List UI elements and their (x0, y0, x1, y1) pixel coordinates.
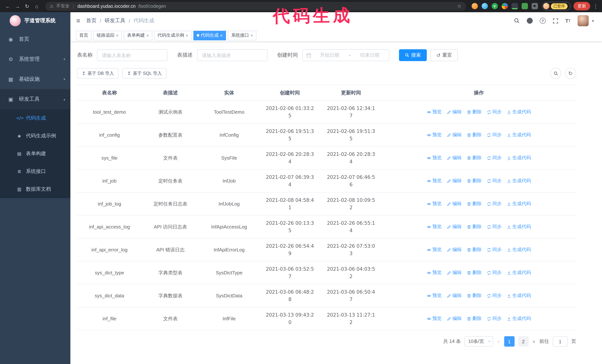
tab-form-builder[interactable]: 表单构建 × (124, 31, 152, 40)
delete-link[interactable]: 删除 (467, 223, 482, 230)
fullscreen-icon[interactable] (553, 18, 558, 23)
preview-link[interactable]: 预览 (427, 246, 441, 253)
browser-forward-icon[interactable]: → (13, 3, 22, 9)
browser-back-icon[interactable]: ← (4, 3, 12, 9)
delete-link[interactable]: 删除 (467, 246, 482, 253)
tab-system-api[interactable]: 系统接口 × (228, 31, 256, 40)
generate-code-link[interactable]: 生成代码 (507, 246, 531, 253)
page-button-1[interactable]: 1 (504, 336, 514, 347)
page-button-2[interactable]: 2 (518, 336, 528, 347)
sidebar-item-devtools[interactable]: ▣ 研发工具 ▴ (0, 89, 70, 109)
extension-icon-4[interactable] (501, 3, 508, 9)
sync-link[interactable]: 同步 (487, 131, 502, 138)
delete-link[interactable]: 删除 (467, 154, 482, 161)
sidebar-item-form-builder[interactable]: ▤ 表单构建 (0, 145, 70, 163)
tab-codegen-example[interactable]: 代码生成示例 × (154, 31, 192, 40)
generate-code-link[interactable]: 生成代码 (507, 177, 531, 184)
extension-icon-2[interactable] (481, 3, 488, 9)
close-icon[interactable]: × (250, 33, 253, 38)
delete-link[interactable]: 删除 (467, 108, 482, 115)
preview-link[interactable]: 预览 (427, 269, 441, 276)
sidebar-item-system-api[interactable]: ≣ 系统接口 (0, 163, 70, 180)
sidebar-item-infra[interactable]: ▦ 基础设施 ▾ (0, 69, 70, 89)
sync-link[interactable]: 同步 (487, 292, 502, 299)
import-sql-button[interactable]: ↥ 基于 SQL 导入 (122, 68, 167, 79)
edit-link[interactable]: 编辑 (447, 200, 462, 207)
edit-link[interactable]: 编辑 (447, 315, 462, 322)
goto-page-input[interactable] (553, 336, 568, 347)
generate-code-link[interactable]: 生成代码 (507, 223, 531, 230)
generate-code-link[interactable]: 生成代码 (507, 315, 531, 322)
delete-link[interactable]: 删除 (467, 200, 482, 207)
hamburger-icon[interactable]: ≡ (70, 17, 86, 25)
close-icon[interactable]: × (116, 33, 118, 38)
preview-link[interactable]: 预览 (427, 177, 441, 184)
generate-code-link[interactable]: 生成代码 (507, 154, 531, 161)
browser-update-button[interactable]: 更新 (573, 2, 590, 10)
address-bar[interactable]: ⚠ 不安全 | dashboard.yudao.iocoder.cn /tool… (45, 2, 466, 10)
delete-link[interactable]: 删除 (467, 292, 482, 299)
help-icon[interactable]: ? (540, 18, 546, 24)
generate-code-link[interactable]: 生成代码 (507, 108, 531, 115)
edit-link[interactable]: 编辑 (447, 108, 462, 115)
edit-link[interactable]: 编辑 (447, 292, 462, 299)
extensions-puzzle-icon[interactable] (531, 3, 538, 9)
avatar[interactable] (578, 15, 589, 26)
reset-button[interactable]: ↺ 重置 (430, 49, 458, 61)
preview-link[interactable]: 预览 (427, 131, 441, 138)
github-icon[interactable] (527, 18, 533, 24)
tab-tracing[interactable]: 链路追踪 × (93, 31, 122, 40)
sidebar-item-codegen[interactable]: </> 代码生成 (0, 109, 70, 127)
search-icon[interactable] (514, 18, 520, 24)
search-button[interactable]: 搜索 (399, 49, 427, 61)
date-range-picker[interactable]: 开始日期 - 结束日期 (302, 49, 389, 61)
delete-link[interactable]: 删除 (467, 315, 482, 322)
delete-link[interactable]: 删除 (467, 269, 482, 276)
edit-link[interactable]: 编辑 (447, 269, 462, 276)
sidebar-item-home[interactable]: ◉ 首页 (0, 29, 70, 49)
extension-icon-1[interactable] (472, 3, 478, 9)
preview-link[interactable]: 预览 (427, 154, 441, 161)
bookmark-star-icon[interactable]: ☆ (457, 3, 462, 9)
sidebar-item-system[interactable]: ⚙ 系统管理 ▾ (0, 49, 70, 69)
generate-code-link[interactable]: 生成代码 (507, 200, 531, 207)
extension-icon-6[interactable] (521, 3, 528, 9)
preview-link[interactable]: 预览 (427, 315, 441, 322)
generate-code-link[interactable]: 生成代码 (507, 131, 531, 138)
browser-home-icon[interactable]: ⌂ (32, 3, 41, 9)
table-name-input[interactable] (97, 49, 167, 61)
sync-link[interactable]: 同步 (487, 177, 502, 184)
tab-codegen[interactable]: 代码生成 × (194, 31, 226, 40)
avatar-caret-icon[interactable]: ▾ (592, 19, 594, 23)
preview-link[interactable]: 预览 (427, 223, 441, 230)
close-icon[interactable]: × (146, 33, 149, 38)
breadcrumb-home[interactable]: 首页 (86, 17, 97, 24)
preview-link[interactable]: 预览 (427, 200, 441, 207)
font-size-icon[interactable]: TT (565, 18, 570, 24)
app-logo[interactable]: 芋道管理系统 (0, 12, 70, 29)
sidebar-item-codegen-example[interactable]: ◈ 代码生成示例 (0, 127, 70, 145)
breadcrumb-devtools[interactable]: 研发工具 (105, 17, 125, 24)
sync-link[interactable]: 同步 (487, 315, 502, 322)
sync-link[interactable]: 同步 (487, 154, 502, 161)
sync-link[interactable]: 同步 (487, 269, 502, 276)
sync-link[interactable]: 同步 (487, 246, 502, 253)
close-icon[interactable]: × (220, 33, 223, 38)
next-page-button[interactable]: › (532, 338, 536, 345)
browser-profile-chip[interactable]: 已暂停 (542, 2, 570, 10)
sync-link[interactable]: 同步 (487, 223, 502, 230)
edit-link[interactable]: 编辑 (447, 131, 462, 138)
tab-home[interactable]: 首页 (76, 31, 92, 40)
delete-link[interactable]: 删除 (467, 177, 482, 184)
edit-link[interactable]: 编辑 (447, 246, 462, 253)
extension-icon-5[interactable] (511, 3, 518, 9)
browser-menu-icon[interactable]: ⋮ (593, 3, 598, 9)
edit-link[interactable]: 编辑 (447, 154, 462, 161)
sidebar-item-db-doc[interactable]: ▥ 数据库文档 (0, 180, 70, 198)
generate-code-link[interactable]: 生成代码 (507, 292, 531, 299)
close-icon[interactable]: × (186, 33, 188, 38)
preview-link[interactable]: 预览 (427, 292, 441, 299)
browser-reload-icon[interactable]: ↻ (23, 3, 31, 9)
refresh-button[interactable]: ↻ (565, 68, 576, 79)
import-db-button[interactable]: ↥ 基于 DB 导入 (77, 68, 119, 79)
